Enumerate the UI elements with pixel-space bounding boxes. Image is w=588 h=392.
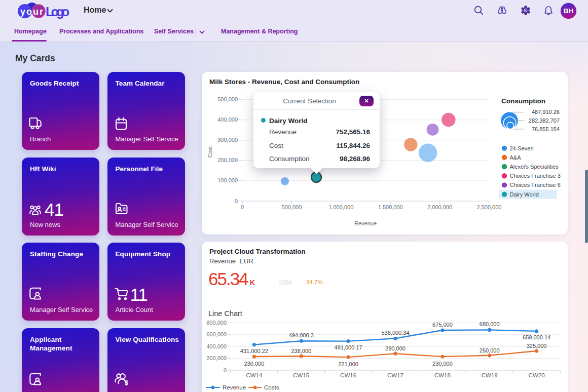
svg-text:0: 0 bbox=[241, 204, 244, 210]
svg-text:487,910.26: 487,910.26 bbox=[532, 109, 560, 115]
svg-text:Logo: Logo bbox=[46, 5, 69, 19]
svg-text:100,000: 100,000 bbox=[217, 177, 238, 183]
svg-text:238,000: 238,000 bbox=[291, 348, 311, 354]
svg-text:1,000,000: 1,000,000 bbox=[328, 204, 353, 210]
svg-text:200,000: 200,000 bbox=[206, 355, 227, 361]
svg-text:CW18: CW18 bbox=[434, 372, 451, 378]
svg-text:Dairy World: Dairy World bbox=[510, 191, 539, 198]
svg-text:Costs: Costs bbox=[264, 384, 279, 390]
svg-text:2,500,000: 2,500,000 bbox=[477, 204, 502, 210]
svg-text:282,382.707: 282,382.707 bbox=[529, 117, 560, 124]
svg-text:your: your bbox=[20, 7, 43, 17]
svg-text:431,000.22: 431,000.22 bbox=[240, 348, 268, 354]
svg-text:659,000.14: 659,000.14 bbox=[523, 334, 550, 340]
svg-text:0: 0 bbox=[224, 367, 227, 373]
svg-text:400,000: 400,000 bbox=[217, 116, 238, 123]
svg-text:Consumption: Consumption bbox=[501, 97, 545, 105]
svg-text:675,000: 675,000 bbox=[432, 322, 453, 328]
svg-text:A&A: A&A bbox=[510, 154, 522, 161]
svg-text:250,000: 250,000 bbox=[480, 347, 500, 354]
svg-text:500,000: 500,000 bbox=[217, 96, 238, 102]
svg-text:Choices Franchise 3: Choices Franchise 3 bbox=[510, 173, 561, 179]
svg-text:Alexei's Specialities: Alexei's Specialities bbox=[510, 164, 559, 170]
svg-text:CW17: CW17 bbox=[387, 372, 403, 378]
svg-text:$: $ bbox=[125, 379, 128, 386]
svg-text:0: 0 bbox=[235, 198, 238, 204]
svg-text:CW20: CW20 bbox=[529, 372, 545, 378]
svg-text:2,000,000: 2,000,000 bbox=[427, 204, 452, 210]
svg-text:400,000: 400,000 bbox=[206, 343, 227, 349]
svg-text:CW19: CW19 bbox=[482, 372, 498, 378]
svg-text:300,000: 300,000 bbox=[217, 137, 238, 143]
svg-text:325,000: 325,000 bbox=[527, 343, 547, 349]
svg-text:221,000: 221,000 bbox=[338, 361, 358, 367]
svg-text:Choices Franchise 6: Choices Franchise 6 bbox=[510, 182, 561, 188]
svg-text:536,000.34: 536,000.34 bbox=[381, 330, 409, 336]
svg-text:CW15: CW15 bbox=[293, 372, 309, 378]
svg-text:200,000: 200,000 bbox=[217, 157, 238, 163]
svg-text:24-Seven: 24-Seven bbox=[510, 145, 534, 151]
svg-text:494,000.3: 494,000.3 bbox=[289, 332, 314, 338]
svg-text:600,000: 600,000 bbox=[206, 331, 227, 337]
svg-text:Revenue: Revenue bbox=[354, 220, 377, 226]
svg-text:BH: BH bbox=[564, 7, 574, 15]
svg-text:CW14: CW14 bbox=[246, 372, 263, 378]
svg-text:CW16: CW16 bbox=[340, 372, 356, 378]
svg-text:280,000: 280,000 bbox=[385, 345, 406, 351]
svg-text:Cost: Cost bbox=[207, 146, 213, 158]
svg-text:Revenue: Revenue bbox=[223, 384, 246, 390]
svg-text:1,500,000: 1,500,000 bbox=[378, 204, 403, 210]
svg-text:680,000: 680,000 bbox=[480, 321, 500, 327]
svg-text:230,000: 230,000 bbox=[244, 361, 265, 367]
svg-text:500,000: 500,000 bbox=[282, 204, 302, 210]
svg-text:76,855.154: 76,855.154 bbox=[532, 126, 560, 132]
svg-text:230,000: 230,000 bbox=[432, 361, 453, 367]
svg-text:800,000: 800,000 bbox=[206, 320, 227, 326]
svg-text:491,000.17: 491,000.17 bbox=[335, 344, 362, 350]
